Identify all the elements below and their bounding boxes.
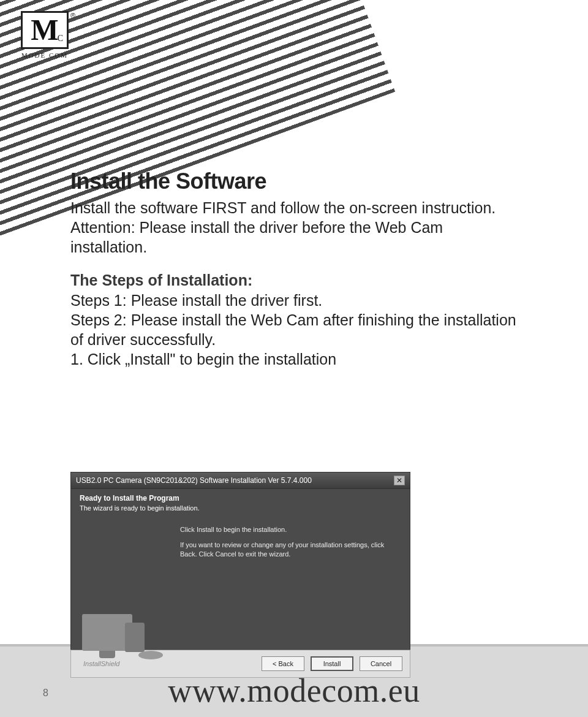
installer-footer: InstallShield < Back Install Cancel bbox=[70, 650, 410, 678]
step-1: Steps 1: Please install the driver first… bbox=[70, 290, 524, 310]
installer-titlebar: USB2.0 PC Camera (SN9C201&202) Software … bbox=[70, 472, 410, 489]
logo-subtext: MODE COM bbox=[21, 51, 69, 59]
installer-dialog: USB2.0 PC Camera (SN9C201&202) Software … bbox=[70, 472, 410, 678]
heading-install-software: Install the Software bbox=[70, 169, 524, 194]
brand-logo: M C ® MODE COM bbox=[21, 11, 69, 59]
disc-icon bbox=[138, 651, 163, 659]
main-content: Install the Software Install the softwar… bbox=[70, 169, 524, 369]
intro-paragraph: Install the software FIRST and follow th… bbox=[70, 198, 524, 218]
steps-title: The Steps of Installation: bbox=[70, 271, 524, 289]
attention-paragraph: Attention: Please install the driver bef… bbox=[70, 218, 524, 257]
logo-badge: M C ® bbox=[21, 11, 69, 49]
installer-body-line1: Click Install to begin the installation. bbox=[180, 525, 388, 534]
registered-mark: ® bbox=[70, 12, 75, 19]
close-icon[interactable]: ✕ bbox=[394, 476, 405, 485]
tower-icon bbox=[125, 623, 145, 652]
computer-illustration bbox=[82, 614, 132, 651]
logo-letter-c: C bbox=[58, 34, 63, 44]
installer-header-subtitle: The wizard is ready to begin installatio… bbox=[80, 504, 401, 512]
click-install-line: 1. Click „Install" to begin the installa… bbox=[70, 349, 524, 369]
install-button[interactable]: Install bbox=[311, 656, 353, 671]
installer-body: Click Install to begin the installation.… bbox=[70, 518, 410, 650]
installer-header: Ready to Install the Program The wizard … bbox=[70, 489, 410, 518]
installer-header-title: Ready to Install the Program bbox=[80, 494, 401, 503]
back-button[interactable]: < Back bbox=[262, 656, 304, 671]
cancel-button[interactable]: Cancel bbox=[360, 656, 402, 671]
installer-title: USB2.0 PC Camera (SN9C201&202) Software … bbox=[76, 476, 312, 485]
installer-body-line2: If you want to review or change any of y… bbox=[180, 541, 388, 559]
step-2: Steps 2: Please install the Web Cam afte… bbox=[70, 310, 524, 349]
logo-letter-m: M bbox=[31, 15, 58, 45]
installshield-brand: InstallShield bbox=[83, 660, 119, 667]
